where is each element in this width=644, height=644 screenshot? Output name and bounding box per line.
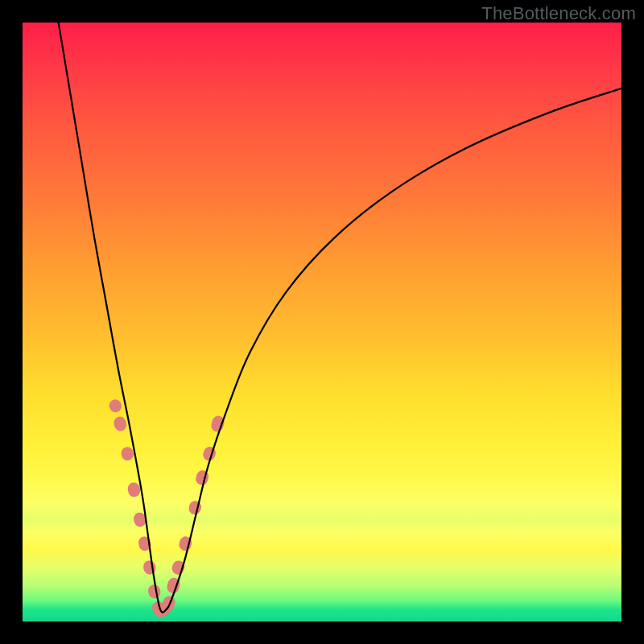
svg-rect-6: [142, 559, 157, 576]
bead: [120, 446, 134, 461]
bead: [113, 415, 128, 432]
svg-rect-2: [120, 446, 134, 461]
svg-rect-0: [108, 398, 123, 413]
svg-rect-15: [195, 469, 210, 487]
svg-rect-14: [188, 500, 203, 516]
bead: [147, 584, 161, 600]
svg-rect-7: [147, 584, 161, 600]
bead: [126, 481, 141, 497]
bead: [188, 500, 203, 516]
watermark-text: TheBottleneck.com: [481, 3, 636, 24]
bead: [195, 469, 210, 487]
svg-rect-3: [126, 481, 141, 497]
bead: [142, 559, 157, 576]
bead: [108, 398, 123, 413]
curve-layer: [23, 23, 621, 621]
chart-frame: TheBottleneck.com: [0, 0, 644, 644]
bead-group: [108, 398, 225, 619]
plot-area: [23, 23, 621, 621]
svg-rect-1: [113, 415, 128, 432]
